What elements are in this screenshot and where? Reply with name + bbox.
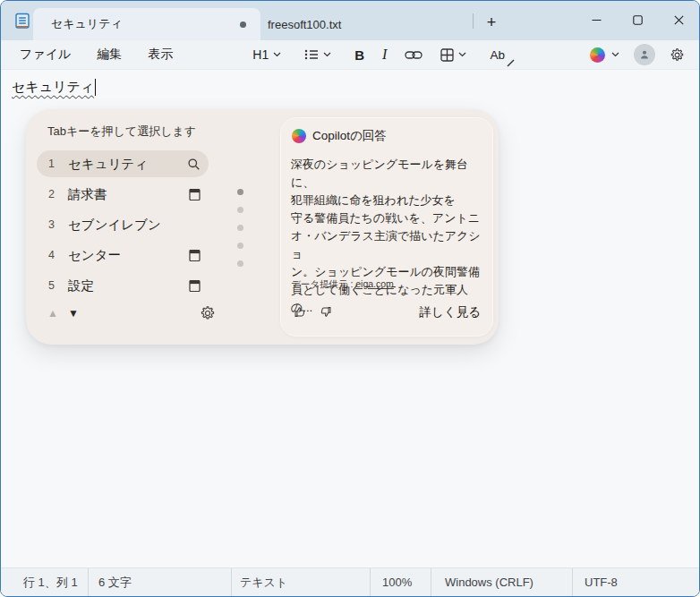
titlebar: セキュリティ freesoft100.txt + [1, 1, 699, 40]
candidate-number: 2 [48, 188, 62, 200]
ime-candidate-3[interactable]: 3 セブンイレブン [37, 211, 209, 238]
list-button[interactable] [298, 45, 337, 64]
account-button[interactable] [634, 44, 655, 65]
table-button[interactable] [434, 45, 473, 65]
thumbs-up-icon [294, 305, 307, 319]
candidate-number: 1 [48, 158, 62, 170]
ime-hint-text: Tabキーを押して選択します [47, 124, 196, 140]
toolbar-right [585, 44, 690, 66]
page-down-button[interactable]: ▼ [68, 307, 79, 320]
table-icon [440, 48, 454, 62]
person-icon [638, 48, 651, 61]
page-indicator-dots [237, 189, 243, 267]
page-dot [237, 260, 243, 267]
clear-formatting-button[interactable]: Ab [483, 45, 511, 65]
candidate-label: セキュリティ [68, 156, 148, 173]
tab-separator [473, 13, 474, 29]
encoding-status: UTF-8 [572, 568, 699, 596]
text-editor-area[interactable]: セキュリティ Tabキーを押して選択します 1 セキュリティ 2 請求書 [1, 71, 699, 567]
tab-label: freesoft100.txt [268, 18, 341, 31]
book-icon [189, 279, 201, 293]
link-icon [405, 49, 423, 61]
close-icon [674, 15, 684, 25]
page-dot [237, 207, 243, 213]
data-source-label: データ提供元 : [291, 278, 355, 289]
copilot-card-title: Copilotの回答 [312, 128, 387, 144]
settings-button[interactable] [664, 45, 690, 65]
zoom-level-status: 100% [370, 568, 431, 596]
ime-candidate-2[interactable]: 2 請求書 [37, 181, 209, 208]
candidate-number: 5 [48, 279, 62, 292]
menu-view[interactable]: 表示 [142, 43, 178, 66]
page-dot [237, 225, 243, 231]
candidate-number: 4 [48, 249, 62, 261]
copilot-card-footer: 詳しく見る [292, 303, 481, 320]
line-ending-status: Windows (CRLF) [431, 568, 572, 596]
bold-button[interactable]: B [348, 44, 371, 66]
notepad-window: セキュリティ freesoft100.txt + ファイル 編集 表示 H1 [0, 0, 700, 597]
thumbs-down-icon [319, 305, 332, 319]
close-button[interactable] [658, 1, 699, 39]
page-dot [237, 189, 243, 195]
candidate-label: 設定 [68, 277, 94, 294]
book-icon [189, 249, 201, 262]
candidate-label: 請求書 [68, 186, 107, 203]
tab-security[interactable]: セキュリティ [33, 8, 260, 40]
book-icon [189, 188, 201, 201]
ime-candidate-1[interactable]: 1 セキュリティ [37, 150, 209, 177]
doc-type-status: テキスト [231, 568, 370, 596]
minimize-icon [592, 15, 602, 25]
heading-label: H1 [252, 47, 269, 62]
italic-button[interactable]: I [376, 43, 393, 66]
copilot-menu-button[interactable] [585, 44, 625, 66]
text-caret [95, 79, 96, 96]
thumbs-down-button[interactable] [317, 303, 334, 320]
new-tab-button[interactable]: + [479, 10, 504, 35]
candidate-number: 3 [48, 218, 62, 231]
link-button[interactable] [398, 46, 429, 64]
candidate-label: センター [68, 247, 121, 264]
window-controls [576, 1, 699, 39]
copilot-icon [590, 47, 605, 63]
toolbar: ファイル 編集 表示 H1 B I [1, 40, 699, 70]
ime-suggestion-popup: Tabキーを押して選択します 1 セキュリティ 2 請求書 3 セブンイレブン [26, 109, 499, 345]
char-count-status: 6 文字 [88, 568, 231, 596]
chevron-down-icon [611, 52, 619, 57]
page-dot [237, 243, 243, 249]
chevron-down-icon [323, 52, 331, 57]
statusbar: 行 1、列 1 6 文字 テキスト 100% Windows (CRLF) UT… [1, 567, 699, 596]
heading-style-button[interactable]: H1 [246, 44, 287, 65]
copilot-answer-text: 深夜のショッピングモールを舞台に、 犯罪組織に命を狙われた少女を 守る警備員たち… [291, 156, 490, 317]
gear-icon [670, 47, 685, 63]
chevron-down-icon [458, 52, 466, 57]
ime-candidate-5[interactable]: 5 設定 [37, 272, 209, 299]
maximize-icon [633, 15, 643, 25]
menu-file[interactable]: ファイル [14, 43, 76, 66]
composition-line: セキュリティ [12, 79, 96, 96]
eraser-icon [507, 59, 515, 67]
maximize-button[interactable] [617, 1, 658, 39]
tab-modified-dot [240, 21, 246, 28]
see-more-link[interactable]: 詳しく見る [420, 304, 481, 320]
copilot-answer-card: Copilotの回答 深夜のショッピングモールを舞台に、 犯罪組織に命を狙われた… [280, 117, 493, 337]
clear-formatting-label: Ab [490, 48, 505, 62]
thumbs-up-button[interactable] [292, 303, 309, 320]
ime-composition-text: セキュリティ [12, 79, 94, 96]
search-icon [187, 158, 201, 171]
tab-label: セキュリティ [51, 16, 123, 32]
ime-candidate-4[interactable]: 4 センター [37, 242, 209, 269]
gear-icon [200, 305, 216, 321]
tab-freesoft100[interactable]: freesoft100.txt [260, 8, 465, 40]
candidate-label: セブンイレブン [68, 217, 161, 234]
data-source-link[interactable]: eiga.com [355, 278, 394, 289]
minimize-button[interactable] [576, 1, 617, 39]
notepad-app-icon [13, 12, 31, 30]
copilot-icon [292, 129, 306, 143]
chevron-down-icon [273, 52, 281, 57]
page-up-button[interactable]: ▲ [47, 307, 58, 320]
menu-edit[interactable]: 編集 [91, 43, 127, 66]
cursor-position-status: 行 1、列 1 [1, 568, 88, 596]
bullet-list-icon [304, 48, 319, 61]
ime-settings-button[interactable] [200, 305, 216, 325]
copilot-card-header: Copilotの回答 [292, 128, 387, 144]
